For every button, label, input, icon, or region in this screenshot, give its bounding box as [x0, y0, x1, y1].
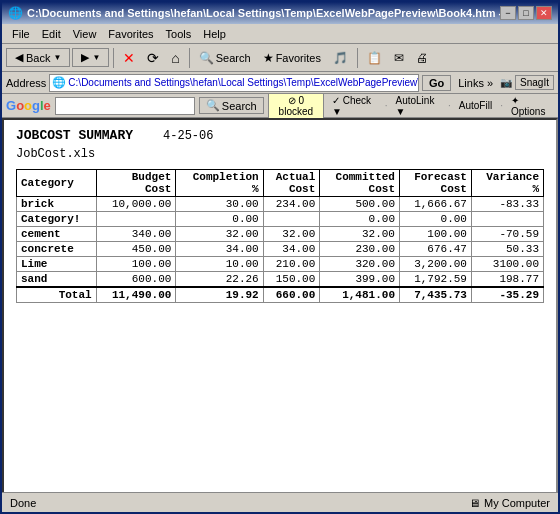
mail-button[interactable]: ✉	[389, 47, 409, 69]
table-cell	[96, 212, 176, 227]
table-cell: 34.00	[176, 242, 263, 257]
table-cell: 234.00	[263, 197, 320, 212]
page-header: JOBCOST SUMMARY 4-25-06	[16, 128, 544, 145]
mail-icon: ✉	[394, 51, 404, 65]
refresh-button[interactable]: ⟳	[142, 47, 164, 69]
table-cell: 50.33	[471, 242, 543, 257]
forward-button[interactable]: ▶ ▼	[72, 48, 109, 67]
snagit-icon: 📷	[500, 77, 512, 88]
snagit-button[interactable]: SnagIt	[515, 75, 554, 90]
home-button[interactable]: ⌂	[166, 47, 184, 69]
table-total-cell: -35.29	[471, 287, 543, 303]
table-cell: Category!	[17, 212, 97, 227]
back-label: Back	[26, 52, 50, 64]
table-cell: 500.00	[320, 197, 400, 212]
google-search-icon: 🔍	[206, 99, 220, 112]
window: 🌐 C:\Documents and Settings\hefan\Local …	[0, 0, 560, 514]
table-cell: 22.26	[176, 272, 263, 288]
print-button[interactable]: 🖨	[411, 47, 433, 69]
table-total-cell: 11,490.00	[96, 287, 176, 303]
toolbar-sep-1	[113, 48, 114, 68]
autolink-button[interactable]: AutoLink ▼	[391, 94, 444, 118]
col-header-completion: Completion%	[176, 170, 263, 197]
table-cell: brick	[17, 197, 97, 212]
autofill-button[interactable]: AutoFill	[455, 99, 496, 112]
favorites-button[interactable]: ★ Favorites	[258, 47, 326, 69]
search-label: Search	[216, 52, 251, 64]
jobcost-table: Category BudgetCost Completion% ActualCo…	[16, 169, 544, 303]
forward-dropdown-icon[interactable]: ▼	[92, 53, 100, 62]
media-button[interactable]: 🎵	[328, 47, 353, 69]
address-bar: Address 🌐 C:\Documents and Settings\hefa…	[2, 72, 558, 94]
table-cell: 100.00	[96, 257, 176, 272]
favorites-icon: ★	[263, 51, 274, 65]
options-button[interactable]: ✦ Options	[507, 94, 554, 118]
refresh-icon: ⟳	[147, 50, 159, 66]
print-icon: 🖨	[416, 51, 428, 65]
search-button[interactable]: 🔍 Search	[194, 47, 256, 69]
table-total-cell: 7,435.73	[399, 287, 471, 303]
address-input[interactable]: 🌐 C:\Documents and Settings\hefan\Local …	[49, 74, 419, 92]
computer-label: My Computer	[484, 497, 550, 509]
table-total-cell: Total	[17, 287, 97, 303]
home-icon: ⌂	[171, 50, 179, 66]
table-cell: 450.00	[96, 242, 176, 257]
toolbar-sep-6: ·	[500, 100, 503, 111]
table-cell: 3,200.00	[399, 257, 471, 272]
google-search-label: Search	[222, 100, 257, 112]
page-icon: 🌐	[52, 76, 66, 89]
back-dropdown-icon[interactable]: ▼	[53, 53, 61, 62]
table-cell: 676.47	[399, 242, 471, 257]
table-cell: 0.00	[176, 212, 263, 227]
status-right: 🖥 My Computer	[469, 497, 550, 509]
table-row: Lime100.0010.00210.00320.003,200.003100.…	[17, 257, 544, 272]
address-label: Address	[6, 77, 46, 89]
menu-file[interactable]: File	[6, 26, 36, 42]
table-cell: 32.00	[320, 227, 400, 242]
maximize-button[interactable]: □	[518, 6, 534, 20]
col-header-category: Category	[17, 170, 97, 197]
minimize-button[interactable]: −	[500, 6, 516, 20]
table-cell: cement	[17, 227, 97, 242]
table-cell: 10.00	[176, 257, 263, 272]
table-cell: 1,792.59	[399, 272, 471, 288]
table-cell	[263, 212, 320, 227]
table-cell: 0.00	[399, 212, 471, 227]
table-cell: 3100.00	[471, 257, 543, 272]
close-button[interactable]: ✕	[536, 6, 552, 20]
status-text: Done	[10, 497, 36, 509]
table-cell: -83.33	[471, 197, 543, 212]
go-button[interactable]: Go	[422, 75, 451, 91]
links-button[interactable]: Links »	[454, 76, 497, 90]
table-cell: 399.00	[320, 272, 400, 288]
back-button[interactable]: ◀ Back ▼	[6, 48, 70, 67]
table-row: brick10,000.0030.00234.00500.001,666.67-…	[17, 197, 544, 212]
google-search-input[interactable]	[55, 97, 195, 115]
menu-tools[interactable]: Tools	[160, 26, 198, 42]
col-header-actual: ActualCost	[263, 170, 320, 197]
stop-icon: ✕	[123, 50, 135, 66]
google-search-button[interactable]: 🔍 Search	[199, 97, 264, 114]
menu-help[interactable]: Help	[197, 26, 232, 42]
table-row: concrete450.0034.0034.00230.00676.4750.3…	[17, 242, 544, 257]
menu-view[interactable]: View	[67, 26, 103, 42]
window-controls: − □ ✕	[500, 6, 552, 20]
check-button[interactable]: ✓ Check ▼	[328, 94, 381, 118]
blocked-button[interactable]: ⊘ 0 blocked	[268, 93, 324, 119]
stop-button[interactable]: ✕	[118, 47, 140, 69]
table-cell: 34.00	[263, 242, 320, 257]
toolbar: ◀ Back ▼ ▶ ▼ ✕ ⟳ ⌂ 🔍 Search ★ Favorites …	[2, 44, 558, 72]
history-button[interactable]: 📋	[362, 47, 387, 69]
window-title: C:\Documents and Settings\hefan\Local Se…	[27, 7, 500, 19]
table-cell: 0.00	[320, 212, 400, 227]
menu-edit[interactable]: Edit	[36, 26, 67, 42]
menu-favorites[interactable]: Favorites	[102, 26, 159, 42]
table-cell: 210.00	[263, 257, 320, 272]
col-header-committed: CommittedCost	[320, 170, 400, 197]
media-icon: 🎵	[333, 51, 348, 65]
col-header-variance: Variance%	[471, 170, 543, 197]
toolbar-sep-5: ·	[448, 100, 451, 111]
search-icon: 🔍	[199, 51, 214, 65]
google-bar: Google 🔍 Search ⊘ 0 blocked ✓ Check ▼ · …	[2, 94, 558, 118]
computer-icon: 🖥	[469, 497, 480, 509]
